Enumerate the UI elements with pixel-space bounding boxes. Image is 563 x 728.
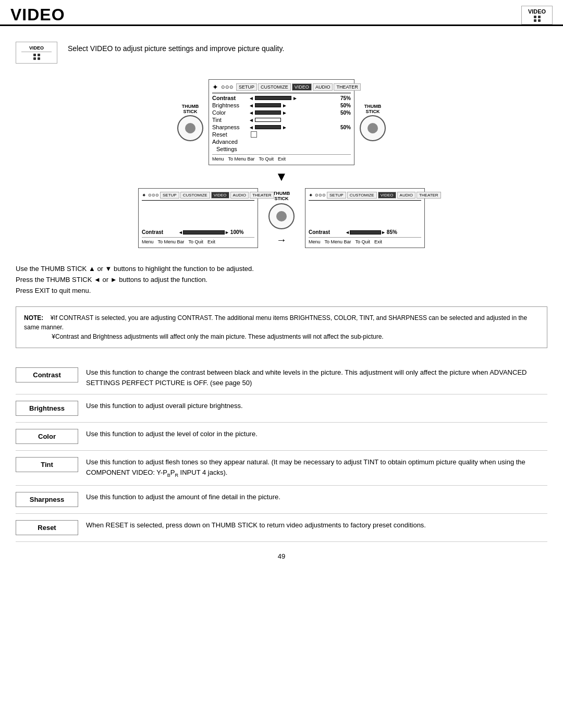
color-function-row: Color Use this function to adjust the le…: [16, 423, 547, 451]
arrow-right-icon: →: [276, 234, 287, 246]
bl-contrast-row: Contrast ◄ ► 100%: [142, 229, 254, 235]
contrast-function-desc: Use this function to change the contrast…: [86, 367, 547, 388]
intro-text: Select VIDEO to adjust picture settings …: [68, 42, 284, 53]
contrast-label: Contrast: [212, 95, 249, 101]
br-contrast-label: Contrast: [309, 229, 345, 235]
tint-label: Tint: [212, 117, 249, 123]
tint-function-name: Tint: [16, 457, 78, 472]
arrow-down-container: ▼: [275, 169, 288, 184]
header-icon-label: VIDEO: [526, 8, 548, 15]
intro-section: VIDEO Select VIDEO to adjust picture set…: [16, 42, 547, 64]
advanced-label: Advanced: [212, 139, 249, 145]
center-thumb-circle: [268, 203, 295, 229]
contrast-function-row: Contrast Use this function to change the…: [16, 361, 547, 394]
note-line2: ¥Contrast and Brightness adjustments wil…: [52, 333, 383, 340]
page-header: VIDEO VIDEO: [0, 0, 563, 26]
center-thumb-inner: [276, 211, 287, 221]
right-thumb-inner: [368, 123, 378, 133]
color-pct: 50%: [340, 110, 351, 116]
note-indent: [24, 333, 50, 340]
tab-setup[interactable]: SETUP: [236, 83, 257, 91]
br-bottom-bar: Menu To Menu Bar To Quit Exit: [309, 237, 421, 244]
bottom-diagrams: ✦ ⊙⊙⊙ SETUP CUSTOMIZE VIDEO AUDIO THEATE…: [138, 188, 425, 248]
color-function-name: Color: [16, 429, 78, 444]
brightness-function-name: Brightness: [16, 401, 78, 416]
bl-contrast-label: Contrast: [142, 229, 178, 235]
reset-label: Reset: [212, 131, 249, 138]
bl-menu-tabs: ✦ ⊙⊙⊙ SETUP CUSTOMIZE VIDEO AUDIO THEATE…: [142, 192, 254, 201]
left-thumb-group: THUMBSTICK: [177, 104, 203, 141]
contrast-bar-full: [255, 96, 291, 100]
top-menu-screen: ✦ ⊙⊙⊙ SETUP CUSTOMIZE VIDEO AUDIO THEATE…: [209, 79, 354, 165]
sharpness-label: Sharpness: [212, 124, 249, 130]
main-content: VIDEO Select VIDEO to adjust picture set…: [0, 36, 563, 576]
tint-function-desc: Use this function to adjust flesh tones …: [86, 457, 547, 479]
page-title: VIDEO: [10, 5, 65, 24]
instructions: Use the THUMB STICK ▲ or ▼ buttons to hi…: [16, 264, 547, 296]
top-diagram: THUMBSTICK ✦ ⊙⊙⊙ SETUP CUSTOMIZE VIDEO A…: [177, 79, 386, 165]
menu-bar-tabs: ✦ ⊙⊙⊙ SETUP CUSTOMIZE VIDEO AUDIO THEATE…: [212, 83, 351, 93]
sharpness-row: Sharpness ◄ ► 50%: [212, 124, 351, 130]
header-video-icon: VIDEO: [521, 6, 553, 24]
to-quit-btn: To Quit: [259, 156, 274, 162]
br-empty-space: [309, 202, 421, 228]
br-contrast-pct: 85%: [387, 229, 397, 235]
icon-dots: [526, 16, 548, 22]
exit-btn: Exit: [278, 156, 286, 162]
bottom-right-diagram: ✦ ⊙⊙⊙ SETUP CUSTOMIZE VIDEO AUDIO THEATE…: [305, 188, 425, 248]
tab-theater[interactable]: THEATER: [334, 83, 360, 91]
diagram-area: THUMBSTICK ✦ ⊙⊙⊙ SETUP CUSTOMIZE VIDEO A…: [16, 79, 547, 248]
right-thumb-circle: [360, 115, 386, 141]
bottom-right-menu: ✦ ⊙⊙⊙ SETUP CUSTOMIZE VIDEO AUDIO THEATE…: [305, 188, 425, 248]
page-number: 49: [16, 552, 547, 560]
nav-icon: ✦: [212, 83, 218, 91]
contrast-pct: 75%: [340, 95, 351, 101]
bottom-left-menu: ✦ ⊙⊙⊙ SETUP CUSTOMIZE VIDEO AUDIO THEATE…: [138, 188, 258, 248]
brightness-label: Brightness: [212, 102, 249, 108]
contrast-row: Contrast ◄ ► 75%: [212, 95, 351, 101]
bl-empty-space: [142, 202, 254, 228]
tab-video[interactable]: VIDEO: [292, 83, 312, 91]
color-function-desc: Use this function to adjust the level of…: [86, 429, 547, 439]
brightness-function-row: Brightness Use this function to adjust o…: [16, 394, 547, 423]
br-contrast-row: Contrast ◄ ► 85%: [309, 229, 421, 235]
nav-icons: ⊙⊙⊙: [221, 84, 234, 90]
brightness-function-desc: Use this function to adjust overall pict…: [86, 401, 547, 411]
video-box-label: VIDEO: [21, 45, 52, 52]
reset-function-row: Reset When RESET is selected, press down…: [16, 514, 547, 542]
reset-row: Reset: [212, 131, 351, 138]
sharpness-function-row: Sharpness Use this function to adjust th…: [16, 486, 547, 514]
sharpness-function-name: Sharpness: [16, 492, 78, 507]
sharpness-pct: 50%: [340, 125, 351, 130]
tab-audio[interactable]: AUDIO: [313, 83, 333, 91]
tint-function-row: Tint Use this function to adjust flesh t…: [16, 451, 547, 486]
instruction-line1: Use the THUMB STICK ▲ or ▼ buttons to hi…: [16, 264, 547, 275]
note-label: NOTE:: [24, 314, 43, 322]
center-thumb-label: THUMBSTICK: [273, 191, 290, 201]
video-icon-box: VIDEO: [16, 42, 57, 64]
left-thumb-label: THUMBSTICK: [182, 104, 199, 114]
note-line1: ¥If CONTRAST is selected, you are adjust…: [24, 314, 527, 331]
brightness-row: Brightness ◄ ► 50%: [212, 102, 351, 108]
bl-contrast-pct: 100%: [230, 229, 244, 235]
function-list: Contrast Use this function to change the…: [16, 361, 547, 542]
reset-function-desc: When RESET is selected, press down on TH…: [86, 520, 547, 530]
settings-row: Settings: [212, 146, 351, 152]
video-box-dots: [21, 54, 52, 60]
note-box: NOTE: ¥If CONTRAST is selected, you are …: [16, 306, 547, 348]
reset-function-name: Reset: [16, 520, 78, 535]
br-menu-tabs: ✦ ⊙⊙⊙ SETUP CUSTOMIZE VIDEO AUDIO THEATE…: [309, 192, 421, 201]
menu-bottom-bar: Menu To Menu Bar To Quit Exit: [212, 154, 351, 162]
right-thumb-group: THUMBSTICK: [360, 104, 386, 141]
advanced-row: Advanced: [212, 139, 351, 145]
to-menu-bar-btn: To Menu Bar: [228, 156, 255, 162]
left-thumb-inner: [185, 123, 195, 133]
settings-label: Settings: [212, 146, 249, 152]
bl-bottom-bar: Menu To Menu Bar To Quit Exit: [142, 237, 254, 244]
instruction-line2: Press the THUMB STICK ◄ or ► buttons to …: [16, 275, 547, 286]
bottom-left-diagram: ✦ ⊙⊙⊙ SETUP CUSTOMIZE VIDEO AUDIO THEATE…: [138, 188, 258, 248]
tab-customize[interactable]: CUSTOMIZE: [258, 83, 291, 91]
right-thumb-label: THUMBSTICK: [364, 104, 382, 114]
reset-checkbox: [251, 131, 257, 138]
instruction-line3: Press EXIT to quit menu.: [16, 286, 547, 297]
